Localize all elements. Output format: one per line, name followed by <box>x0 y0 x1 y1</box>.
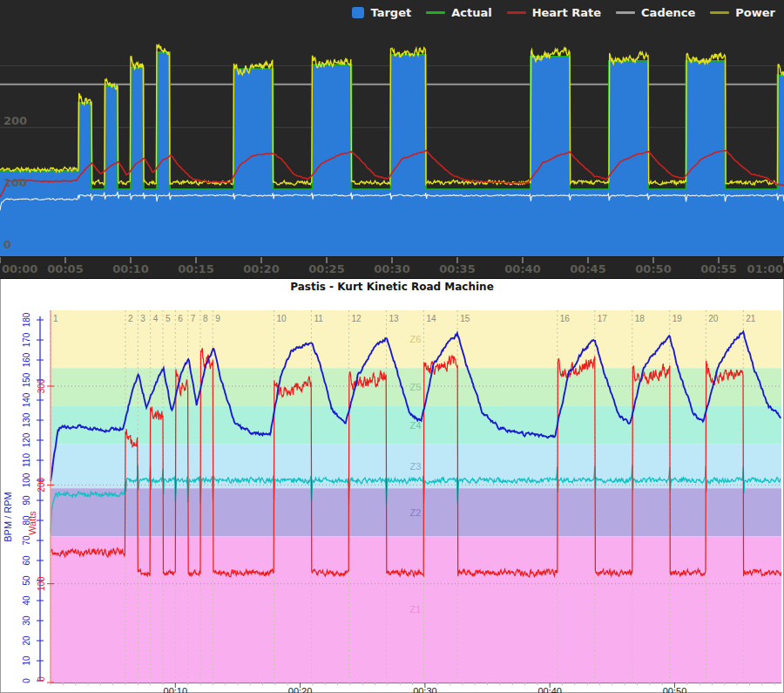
watts-tick-label: 200 <box>37 478 46 493</box>
bpm-tick-label: 30 <box>22 615 31 626</box>
interval-marker-label: 5 <box>166 314 171 323</box>
interval-marker-label: 16 <box>560 314 571 323</box>
bpm-tick-label: 130 <box>22 412 31 427</box>
top-x-axis-label: 00:00 <box>2 262 37 275</box>
interval-marker-label: 14 <box>426 314 436 323</box>
bpm-tick-label: 120 <box>22 432 31 447</box>
legend-label: Power <box>735 6 775 19</box>
interval-marker-label: 18 <box>635 314 645 323</box>
interval-marker-label: 12 <box>351 314 362 323</box>
top-x-axis-label: 00:40 <box>504 262 540 275</box>
top-y-axis-label: 200 <box>3 114 27 127</box>
interval-marker-label: 10 <box>277 314 287 323</box>
bpm-tick-label: 40 <box>22 595 31 606</box>
legend-label: Actual <box>451 6 491 19</box>
workout-player-chart-svg: 200100000:0000:0500:1000:1500:2000:2500:… <box>0 0 784 279</box>
legend-label: Target <box>370 6 411 19</box>
legend-swatch-heart-rate <box>507 11 526 14</box>
interval-marker-label: 21 <box>746 314 756 323</box>
top-y-axis-label: 100 <box>3 176 27 189</box>
hr-zone-label-z5: Z5 <box>410 382 422 392</box>
bpm-tick-label: 170 <box>22 332 31 347</box>
top-x-axis-label: 00:15 <box>178 262 213 275</box>
top-y-axis-label: 0 <box>3 238 11 251</box>
bpm-tick-label: 140 <box>22 392 31 407</box>
bpm-tick-label: 150 <box>22 372 31 387</box>
interval-marker-label: 8 <box>203 314 208 323</box>
interval-marker-label: 19 <box>672 314 683 323</box>
bpm-tick-label: 180 <box>22 312 31 327</box>
bpm-tick-label: 10 <box>22 656 31 666</box>
legend-swatch-actual <box>426 11 445 14</box>
legend-swatch-cadence <box>616 11 635 14</box>
chart-legend: TargetActualHeart RateCadencePower <box>352 6 775 19</box>
legend-item-power[interactable]: Power <box>710 6 775 19</box>
bpm-tick-label: 110 <box>22 453 31 467</box>
bottom-x-axis-label: 00:40 <box>537 686 562 693</box>
watts-tick-label: 300 <box>37 378 46 393</box>
bpm-tick-label: 50 <box>22 575 31 586</box>
watts-tick-label: 0 <box>37 676 46 682</box>
hr-zone-label-z6: Z6 <box>410 334 422 344</box>
bpm-tick-label: 100 <box>22 472 31 487</box>
legend-item-target[interactable]: Target <box>352 6 411 19</box>
interval-marker-label: 11 <box>314 314 323 323</box>
bottom-x-axis-label: 00:30 <box>413 686 437 693</box>
top-x-axis-label: 01:00 <box>747 262 783 275</box>
bpm-tick-label: 90 <box>22 495 31 506</box>
legend-item-actual[interactable]: Actual <box>426 6 491 19</box>
bpm-tick-label: 20 <box>22 635 31 646</box>
hr-zone-label-z4: Z4 <box>410 420 422 431</box>
bpm-tick-label: 60 <box>22 555 31 566</box>
bpm-tick-label: 70 <box>22 535 31 546</box>
interval-marker-label: 9 <box>215 314 220 323</box>
legend-item-cadence[interactable]: Cadence <box>616 6 695 19</box>
bottom-x-axis-label: 00:50 <box>663 686 687 693</box>
hr-zone-label-z2: Z2 <box>410 507 422 518</box>
bottom-x-axis-label: 00:20 <box>288 686 313 693</box>
top-x-axis-label: 00:30 <box>374 262 409 275</box>
top-x-axis-label: 00:55 <box>700 262 736 275</box>
bottom-x-axis-label: 00:10 <box>164 686 188 693</box>
legend-label: Cadence <box>641 6 695 19</box>
interval-marker-label: 2 <box>128 314 133 323</box>
interval-marker-label: 3 <box>140 314 145 323</box>
hr-zone-label-z1: Z1 <box>410 604 422 615</box>
legend-item-heart-rate[interactable]: Heart Rate <box>507 6 601 19</box>
legend-swatch-power <box>710 11 729 14</box>
interval-marker-label: 6 <box>178 314 183 323</box>
top-x-axis-label: 00:20 <box>243 262 279 275</box>
interval-marker-label: 20 <box>708 314 719 323</box>
legend-label: Heart Rate <box>532 6 601 19</box>
interval-marker-label: 17 <box>598 314 608 323</box>
zones-chart: Pastis - Kurt Kinetic Road Machine 12345… <box>0 279 784 693</box>
legend-swatch-target <box>352 7 364 18</box>
interval-marker-label: 15 <box>460 314 470 323</box>
top-x-axis-label: 00:45 <box>570 262 605 275</box>
interval-marker-label: 4 <box>153 314 159 323</box>
workout-player-chart: 200100000:0000:0500:1000:1500:2000:2500:… <box>0 0 784 279</box>
top-x-axis-label: 00:50 <box>635 262 671 275</box>
watts-tick-label: 100 <box>37 576 46 591</box>
bpm-tick-label: 160 <box>22 352 31 367</box>
zones-chart-svg: 123456789101112131415161718192021Z6Z5Z4Z… <box>1 295 784 693</box>
bpm-axis-title: BPM / RPM <box>3 492 13 541</box>
hr-zone-label-z3: Z3 <box>410 461 422 472</box>
bpm-tick-label: 0 <box>22 678 31 683</box>
interval-marker-label: 13 <box>389 314 399 323</box>
top-x-axis-label: 00:25 <box>308 262 344 275</box>
chart-title: Pastis - Kurt Kinetic Road Machine <box>1 281 783 293</box>
top-x-axis-label: 00:10 <box>112 262 148 275</box>
top-x-axis-label: 00:35 <box>439 262 475 275</box>
trainer-app: 200100000:0000:0500:1000:1500:2000:2500:… <box>0 0 784 693</box>
interval-marker-label: 7 <box>191 314 196 323</box>
interval-marker-label: 1 <box>53 314 58 323</box>
watts-axis-title: Watts <box>27 511 37 535</box>
top-x-axis-label: 00:05 <box>47 262 83 275</box>
